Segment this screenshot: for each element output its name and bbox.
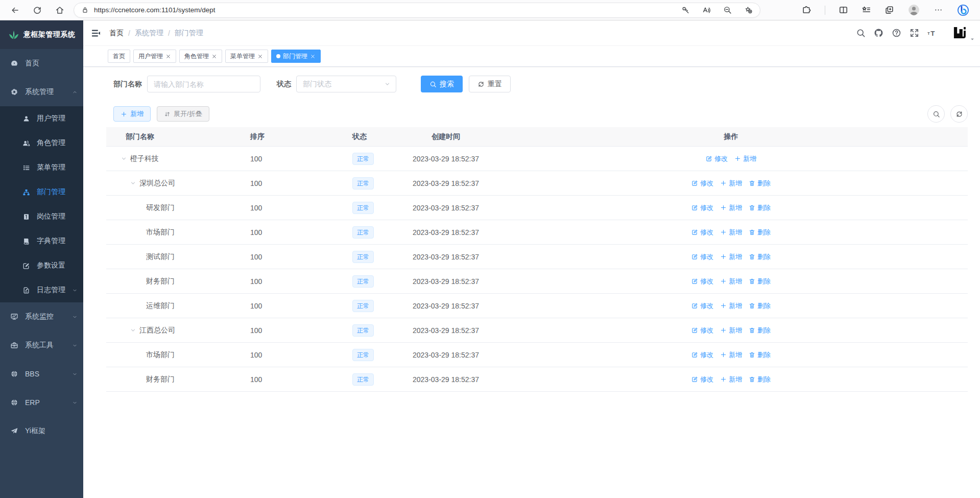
modify-link[interactable]: 修改 xyxy=(691,277,713,286)
close-icon[interactable] xyxy=(165,54,171,59)
add-link[interactable]: 新增 xyxy=(720,301,742,311)
delete-link[interactable]: 删除 xyxy=(749,350,771,360)
table-row: 测试部门100正常2023-03-29 18:52:37修改新增删除 xyxy=(106,245,968,269)
dept-name: 橙子科技 xyxy=(130,154,159,163)
sidebar-item-8[interactable]: 参数设置 xyxy=(0,253,83,278)
search-button[interactable]: 搜索 xyxy=(421,76,463,92)
url-text[interactable]: https://ccnetcore.com:1101/system/dept xyxy=(94,6,676,14)
modify-link[interactable]: 修改 xyxy=(691,375,713,384)
status-select[interactable]: 部门状态 xyxy=(296,76,396,92)
breadcrumb-system[interactable]: 系统管理 xyxy=(135,29,163,38)
home-icon[interactable] xyxy=(55,6,64,15)
sidebar-item-3[interactable]: 角色管理 xyxy=(0,131,83,155)
close-icon[interactable] xyxy=(211,54,217,59)
breadcrumb-home[interactable]: 首页 xyxy=(109,29,124,38)
tab-0[interactable]: 首页 xyxy=(108,50,130,63)
tab-1[interactable]: 用户管理 xyxy=(133,50,176,63)
row-actions: 修改新增删除 xyxy=(494,350,968,360)
add-link[interactable]: 新增 xyxy=(720,179,742,188)
add-link[interactable]: 新增 xyxy=(720,277,742,286)
hamburger-icon[interactable] xyxy=(91,28,101,38)
read-aloud-icon[interactable] xyxy=(702,6,711,14)
split-screen-icon[interactable] xyxy=(839,5,848,15)
delete-link[interactable]: 删除 xyxy=(749,203,771,212)
modify-link[interactable]: 修改 xyxy=(691,252,713,262)
collapse-arrow-icon[interactable] xyxy=(130,180,136,186)
address-bar[interactable]: https://ccnetcore.com:1101/system/dept xyxy=(74,3,760,18)
add-link[interactable]: 新增 xyxy=(734,154,756,163)
add-link[interactable]: 新增 xyxy=(720,326,742,335)
user-avatar-menu[interactable] xyxy=(952,26,968,41)
sidebar-item-10[interactable]: 系统监控 xyxy=(0,302,83,331)
search-icon[interactable] xyxy=(856,28,866,38)
add-link[interactable]: 新增 xyxy=(720,203,742,212)
modify-link[interactable]: 修改 xyxy=(691,350,713,360)
expand-collapse-button[interactable]: 展开/折叠 xyxy=(157,106,209,122)
add-link[interactable]: 新增 xyxy=(720,252,742,262)
sidebar-item-7[interactable]: 字典管理 xyxy=(0,229,83,253)
sidebar-item-5[interactable]: 部门管理 xyxy=(0,180,83,204)
collapse-arrow-icon[interactable] xyxy=(121,155,127,162)
favorite-add-icon[interactable] xyxy=(744,6,753,14)
reload-icon[interactable] xyxy=(33,6,42,15)
tab-3[interactable]: 菜单管理 xyxy=(225,50,268,63)
modify-link[interactable]: 修改 xyxy=(691,326,713,335)
sidebar-item-2[interactable]: 用户管理 xyxy=(0,106,83,131)
yi-framework-logo xyxy=(952,26,967,40)
delete-link[interactable]: 删除 xyxy=(749,252,771,262)
sidebar-item-0[interactable]: 首页 xyxy=(0,49,83,78)
sidebar-item-12[interactable]: BBS xyxy=(0,360,83,388)
zoom-out-icon[interactable] xyxy=(723,6,732,14)
table-setting-buttons xyxy=(927,105,968,123)
table-row: 市场部门100正常2023-03-29 18:52:37修改新增删除 xyxy=(106,343,968,367)
modify-link[interactable]: 修改 xyxy=(691,301,713,311)
collections-icon[interactable] xyxy=(885,5,894,15)
back-icon[interactable] xyxy=(10,6,19,15)
delete-link[interactable]: 删除 xyxy=(749,277,771,286)
tab-2[interactable]: 角色管理 xyxy=(179,50,222,63)
modify-link-label: 修改 xyxy=(700,350,713,360)
add-link[interactable]: 新增 xyxy=(720,350,742,360)
font-size-icon[interactable]: TT xyxy=(927,28,937,38)
copilot-icon[interactable] xyxy=(957,4,970,17)
sidebar-item-9[interactable]: 日志管理 xyxy=(0,278,83,302)
dept-order: 100 xyxy=(244,204,346,212)
extensions-icon[interactable] xyxy=(802,5,811,15)
delete-link[interactable]: 删除 xyxy=(749,228,771,237)
modify-link[interactable]: 修改 xyxy=(691,228,713,237)
add-link[interactable]: 新增 xyxy=(720,375,742,384)
show-search-button[interactable] xyxy=(927,105,945,123)
modify-link[interactable]: 修改 xyxy=(706,154,728,163)
sidebar-item-1[interactable]: 系统管理 xyxy=(0,78,83,106)
add-link[interactable]: 新增 xyxy=(720,228,742,237)
sidebar-item-label: 字典管理 xyxy=(37,236,65,246)
delete-link[interactable]: 删除 xyxy=(749,326,771,335)
add-button[interactable]: 新增 xyxy=(113,106,151,122)
tab-4[interactable]: 部门管理 xyxy=(271,50,321,63)
github-icon[interactable] xyxy=(874,28,883,38)
profile-icon[interactable] xyxy=(907,4,920,16)
delete-link[interactable]: 删除 xyxy=(749,301,771,311)
close-icon[interactable] xyxy=(310,54,316,59)
delete-link[interactable]: 删除 xyxy=(749,179,771,188)
reset-button[interactable]: 重置 xyxy=(469,76,511,92)
dept-name-input[interactable] xyxy=(147,76,260,92)
sidebar-item-4[interactable]: 菜单管理 xyxy=(0,155,83,180)
sidebar-item-6[interactable]: 岗位管理 xyxy=(0,204,83,229)
collapse-arrow-icon[interactable] xyxy=(130,327,136,334)
sidebar-item-11[interactable]: 系统工具 xyxy=(0,331,83,360)
more-icon[interactable] xyxy=(934,5,943,15)
modify-link[interactable]: 修改 xyxy=(691,203,713,212)
sidebar-item-13[interactable]: ERP xyxy=(0,388,83,417)
refresh-table-button[interactable] xyxy=(950,105,968,123)
app-logo[interactable]: 意框架管理系统 xyxy=(0,20,83,49)
favorites-bar-icon[interactable] xyxy=(862,5,871,15)
fullscreen-icon[interactable] xyxy=(910,28,919,38)
modify-link[interactable]: 修改 xyxy=(691,179,713,188)
created-time: 2023-03-29 18:52:37 xyxy=(397,351,494,359)
close-icon[interactable] xyxy=(257,54,263,59)
sidebar-item-14[interactable]: Yi框架 xyxy=(0,417,83,445)
help-icon[interactable] xyxy=(892,28,901,38)
delete-link[interactable]: 删除 xyxy=(749,375,771,384)
key-icon[interactable] xyxy=(681,6,690,14)
